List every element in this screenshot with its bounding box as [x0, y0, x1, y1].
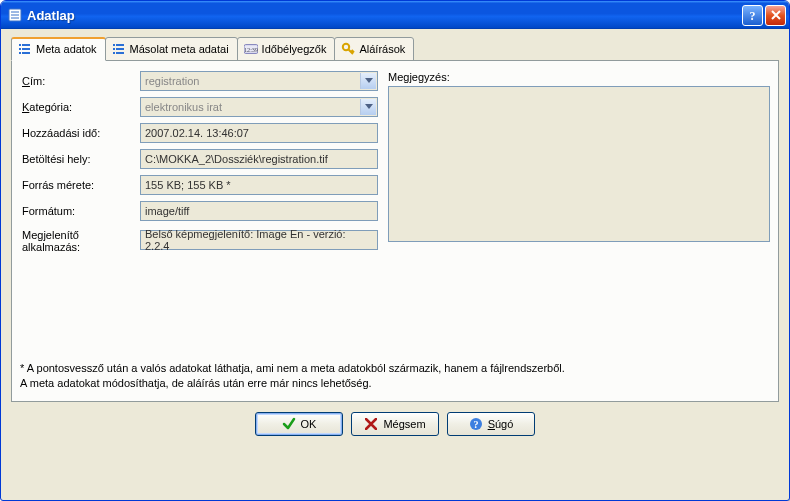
svg-rect-8 — [22, 48, 30, 50]
kategoria-value: elektronikus irat — [145, 101, 222, 113]
tab-alairasok[interactable]: Aláírások — [334, 37, 414, 61]
list-icon — [18, 42, 32, 56]
svg-text:?: ? — [473, 419, 478, 430]
help-button[interactable]: ? Súgó — [447, 412, 535, 436]
svg-rect-12 — [116, 44, 124, 46]
svg-rect-9 — [19, 52, 21, 54]
tab-meta-adatok[interactable]: Meta adatok — [11, 37, 106, 61]
svg-rect-14 — [116, 48, 124, 50]
forras-field: 155 KB; 155 KB * — [140, 175, 378, 195]
label-megjegyzes: Megjegyzés: — [388, 71, 770, 83]
cancel-button[interactable]: Mégsem — [351, 412, 439, 436]
chevron-down-icon[interactable] — [360, 73, 376, 89]
tab-label: Aláírások — [359, 43, 405, 55]
ok-button[interactable]: OK — [255, 412, 343, 436]
help-label: Súgó — [488, 418, 514, 430]
hozzaadasi-field: 2007.02.14. 13:46:07 — [140, 123, 378, 143]
tab-label: Másolat meta adatai — [130, 43, 229, 55]
tab-label: Meta adatok — [36, 43, 97, 55]
footnote-line2: A meta adatokat módosíthatja, de aláírás… — [20, 376, 770, 391]
cim-combo[interactable]: registration — [140, 71, 378, 91]
svg-rect-15 — [113, 52, 115, 54]
x-icon — [364, 417, 378, 431]
dialog-window: Adatlap ? Meta adatok Másolat meta ada — [0, 0, 790, 501]
key-icon — [341, 42, 355, 56]
chevron-down-icon[interactable] — [360, 99, 376, 115]
button-bar: OK Mégsem ? Súgó — [4, 402, 786, 436]
check-icon — [282, 417, 296, 431]
forras-value: 155 KB; 155 KB * — [145, 179, 231, 191]
app-icon — [7, 7, 23, 23]
label-megjelenito: Megjelenítő alkalmazás: — [20, 227, 140, 253]
svg-rect-7 — [19, 48, 21, 50]
megjelenito-field: Belső képmegjelenítő: Image En - verzió:… — [140, 230, 378, 250]
betoltesi-field: C:\MOKKA_2\Dossziék\registration.tif — [140, 149, 378, 169]
window-title: Adatlap — [27, 8, 742, 23]
cim-value: registration — [145, 75, 199, 87]
svg-text:?: ? — [750, 9, 756, 22]
timestamp-icon: 12:39 — [244, 42, 258, 56]
hozzaadasi-value: 2007.02.14. 13:46:07 — [145, 127, 249, 139]
svg-rect-5 — [19, 44, 21, 46]
help-button[interactable]: ? — [742, 5, 763, 26]
label-kategoria: Kategória: — [20, 101, 140, 113]
cancel-label: Mégsem — [383, 418, 425, 430]
help-icon: ? — [469, 417, 483, 431]
svg-rect-10 — [22, 52, 30, 54]
formatum-value: image/tiff — [145, 205, 189, 217]
tab-label: Időbélyegzők — [262, 43, 327, 55]
svg-rect-16 — [116, 52, 124, 54]
tab-bar: Meta adatok Másolat meta adatai 12:39 Id… — [11, 37, 786, 61]
footnote-line1: * A pontosvessző után a valós adatokat l… — [20, 361, 770, 376]
label-cim: Cím: — [20, 75, 140, 87]
megjelenito-value: Belső képmegjelenítő: Image En - verzió:… — [145, 228, 373, 252]
tab-panel: Cím: registration Kategória: elektroniku… — [11, 60, 779, 402]
tab-masolat-meta-adatai[interactable]: Másolat meta adatai — [105, 37, 238, 61]
titlebar: Adatlap ? — [1, 1, 789, 29]
content-area: Meta adatok Másolat meta adatai 12:39 Id… — [4, 29, 786, 497]
left-column: Cím: registration Kategória: elektroniku… — [20, 71, 378, 259]
titlebar-buttons: ? — [742, 5, 786, 26]
formatum-field: image/tiff — [140, 201, 378, 221]
svg-rect-6 — [22, 44, 30, 46]
label-forras: Forrás mérete: — [20, 179, 140, 191]
label-betoltesi: Betöltési hely: — [20, 153, 140, 165]
svg-rect-11 — [113, 44, 115, 46]
form-area: Cím: registration Kategória: elektroniku… — [20, 71, 770, 259]
close-button[interactable] — [765, 5, 786, 26]
kategoria-combo[interactable]: elektronikus irat — [140, 97, 378, 117]
svg-text:12:39: 12:39 — [244, 46, 258, 52]
megjegyzes-textarea[interactable] — [388, 86, 770, 242]
list-icon — [112, 42, 126, 56]
ok-label: OK — [301, 418, 317, 430]
tab-idobelyegzok[interactable]: 12:39 Időbélyegzők — [237, 37, 336, 61]
footnote: * A pontosvessző után a valós adatokat l… — [20, 361, 770, 391]
right-column: Megjegyzés: — [388, 71, 770, 259]
label-formatum: Formátum: — [20, 205, 140, 217]
label-hozzaadasi: Hozzáadási idő: — [20, 127, 140, 139]
betoltesi-value: C:\MOKKA_2\Dossziék\registration.tif — [145, 153, 328, 165]
svg-rect-13 — [113, 48, 115, 50]
